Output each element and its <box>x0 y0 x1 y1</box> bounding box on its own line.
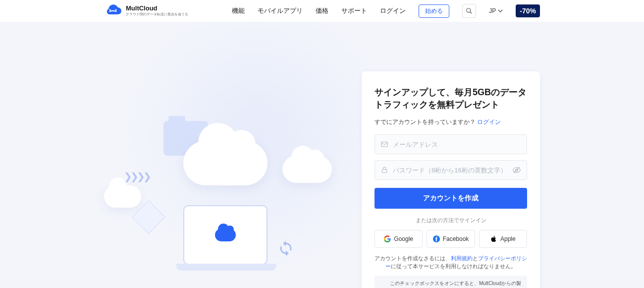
create-account-button[interactable]: アカウントを作成 <box>375 188 527 209</box>
facebook-signin-button[interactable]: Facebook <box>427 230 475 248</box>
nav-pricing[interactable]: 価格 <box>316 6 328 15</box>
nav-login[interactable]: ログイン <box>380 6 406 15</box>
laptop-icon <box>183 205 268 265</box>
chevron-down-icon <box>498 8 503 13</box>
google-icon <box>384 235 391 242</box>
cloud-icon <box>104 185 141 208</box>
language-selector[interactable]: JP <box>489 7 503 14</box>
apple-icon <box>490 235 497 242</box>
eye-off-icon <box>512 166 521 174</box>
alt-signin-divider: または次の方法でサインイン <box>375 217 527 224</box>
login-link[interactable]: ログイン <box>477 118 501 125</box>
nav-support[interactable]: サポート <box>341 6 367 15</box>
language-label: JP <box>489 7 496 14</box>
promo-label: -70% <box>520 7 536 15</box>
header-bar: MultCloud クラウド間のデータ転送に焦点を当てる 機能 モバイルアプリ … <box>0 0 644 22</box>
cloud-logo-icon <box>215 229 236 241</box>
terms-link[interactable]: 利用規約 <box>451 255 473 261</box>
password-field[interactable] <box>375 160 527 180</box>
signup-title: サインアップして、毎月5GBのデータトラフィックを無料プレゼント <box>375 86 527 111</box>
svg-point-1 <box>115 9 117 11</box>
brand-name: MultCloud <box>126 5 188 12</box>
cloud-icon <box>282 156 332 183</box>
terms-text: アカウントを作成なさるには、利用規約とプライバシーポリシーに従って本サービスを利… <box>375 255 527 271</box>
chevrons-icon: ❯❯❯❯ <box>124 171 150 182</box>
brand-logo[interactable]: MultCloud クラウド間のデータ転送に焦点を当てる <box>104 4 188 17</box>
main-area: ❯❯❯❯ サインアップして、毎月5GBのデータトラフィックを無料プレゼント すで… <box>0 22 644 288</box>
brand-tagline: クラウド間のデータ転送に焦点を当てる <box>126 12 188 17</box>
cloud-logo-icon <box>104 4 122 17</box>
search-icon <box>466 7 473 14</box>
google-signin-button[interactable]: Google <box>375 230 423 248</box>
marketing-consent-text: このチェックボックスをオンにすると、MultCloudからの製品、サービスの更新… <box>390 280 522 288</box>
svg-line-3 <box>470 12 472 14</box>
top-nav: 機能 モバイルアプリ 価格 サポート ログイン 始める JP -70% <box>232 4 540 18</box>
email-row <box>375 134 527 154</box>
already-have-account: すでにアカウントを持っていますか？ ログイン <box>375 118 527 126</box>
promo-badge[interactable]: -70% <box>516 4 540 17</box>
start-button[interactable]: 始める <box>419 4 449 18</box>
marketing-consent-checkbox[interactable] <box>379 281 386 288</box>
email-field[interactable] <box>375 134 527 154</box>
password-row <box>375 160 527 180</box>
nav-mobile-app[interactable]: モバイルアプリ <box>258 6 303 15</box>
hero-illustration: ❯❯❯❯ <box>114 106 337 285</box>
svg-rect-4 <box>381 142 387 147</box>
sync-icon <box>277 240 294 257</box>
svg-rect-5 <box>382 170 386 173</box>
nav-features[interactable]: 機能 <box>232 6 245 15</box>
cloud-icon <box>183 141 268 185</box>
svg-point-2 <box>467 8 471 12</box>
lock-icon <box>380 166 388 174</box>
toggle-password-visibility[interactable] <box>512 166 521 174</box>
svg-point-0 <box>109 9 111 11</box>
marketing-consent-box: このチェックボックスをオンにすると、MultCloudからの製品、サービスの更新… <box>375 276 527 288</box>
apple-signin-button[interactable]: Apple <box>479 230 527 248</box>
signup-card: サインアップして、毎月5GBのデータトラフィックを無料プレゼント すでにアカウン… <box>362 71 540 288</box>
social-signin-row: Google Facebook Apple <box>375 230 527 248</box>
search-button[interactable] <box>462 4 476 18</box>
facebook-icon <box>433 235 440 242</box>
mail-icon <box>380 140 388 148</box>
